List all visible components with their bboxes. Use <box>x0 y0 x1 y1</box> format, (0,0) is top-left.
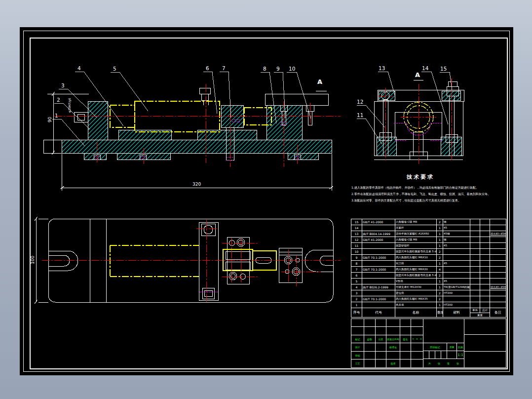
tb-date-label: 年、月、日 <box>411 335 423 343</box>
plan-view: 100 <box>30 217 341 304</box>
callout-7: 7 <box>222 65 226 71</box>
bom-row: 7GB/T 70.1-2000内六角圆柱头螺钉 M8X204 <box>351 267 506 273</box>
dim-plan-width: 100 <box>30 256 35 264</box>
bom-row: 9GB/T 70.1-2000内六角圆柱头螺钉 M6X102 <box>351 255 506 261</box>
bom-header-name: 名称 <box>395 308 437 318</box>
callout-14: 14 <box>422 65 429 71</box>
tb-scale-value: 1:1 <box>456 351 464 359</box>
tb-sheet-row: 共 张 第 张 <box>423 359 464 368</box>
tech-requirements: 技术要求 1.进入装配的零件及部件（包括外购件、外协件），均必须具有检验部门的合… <box>351 173 500 203</box>
tech-requirement-item: 3.装配前应对零、部件的主要配合尺寸，特别是过盈配合尺寸及相关精度进行复查。 <box>351 197 500 203</box>
tb-stage-boxes <box>423 351 447 359</box>
front-view: 320 90 φ20H7/g6 A <box>43 65 341 191</box>
section-label-a: A <box>415 71 420 79</box>
bom-row: 5V形块145 <box>351 279 506 284</box>
callout-8: 8 <box>263 66 266 72</box>
bom-header-weight: 单件总计 重量 <box>470 308 490 318</box>
bom-row: 8对刀块145 <box>351 261 506 267</box>
tb-sign-label: 签名 <box>400 335 411 343</box>
tech-requirement-item: 1.进入装配的零件及部件（包括外购件、外协件），均必须具有检验部门的合格证方能进… <box>351 184 500 191</box>
callout-1: 1 <box>55 113 58 119</box>
tb-scale-label: 比例 <box>456 343 464 351</box>
cad-viewer-page: 320 90 φ20H7/g6 A <box>0 0 532 399</box>
callout-4: 4 <box>77 65 81 71</box>
bom-row: 4JB/T 8026.2-1999可调支承钉 M12X301T8(按GB/T12… <box>351 284 506 290</box>
bom-header-material: 材料 <box>443 308 470 318</box>
callout-12: 12 <box>357 99 363 105</box>
tb-process-label: 工艺 <box>351 359 364 368</box>
tb-extra-cell <box>464 351 506 368</box>
bom-row: 12GB/T 41-2000六角螺母-C级 M81钢 <box>351 237 506 243</box>
tb-count-label: 处数 <box>364 335 376 343</box>
tb-drawing-name-cell <box>423 319 464 343</box>
view-label-a: A <box>317 78 322 85</box>
title-block: 标记 处数 分区 更改文件号 签名 年、月、日 设计 标准化 审核 工艺 批准 … <box>351 319 506 367</box>
tb-design-label: 设计 <box>351 343 364 352</box>
bom-header-remark: 备注 <box>490 308 506 318</box>
tb-unit-cell <box>464 319 506 335</box>
tb-standardization-label: 标准化 <box>386 343 400 352</box>
dim-height: 90 <box>47 117 52 122</box>
callout-10: 10 <box>289 66 295 72</box>
callout-6: 6 <box>206 65 209 71</box>
tb-zone-label: 分区 <box>375 335 386 343</box>
bom-row: 10固定式平头圆柱侧磨导向支承 5 d102 <box>351 249 506 255</box>
tb-mark-label: 标记 <box>351 335 364 343</box>
bom-row: 1夹具体1HT200 <box>351 302 506 308</box>
bom-row: 14压紧杆145 <box>351 225 506 231</box>
side-view: A 11 12 13 14 15 <box>357 65 464 164</box>
callout-5: 5 <box>113 66 116 72</box>
dim-fit: φ20H7/g6 <box>68 98 72 113</box>
bom-table: 15GB/T 41-2000六角螺母-C级 M82钢 14压紧杆145 13JB… <box>351 219 506 318</box>
bom-row: 2GB/T 70.1-2000内六角圆柱头螺钉 M8X352 <box>351 296 506 302</box>
tb-mass-label: 质量 <box>447 343 457 351</box>
callout-15: 15 <box>440 66 447 72</box>
bom-row: 15GB/T 41-2000六角螺母-C级 M82钢 <box>351 219 506 225</box>
bom-header-no: 序号 <box>351 308 362 318</box>
bom-row: 11固定铰链杆145 <box>351 243 506 249</box>
bom-row: 3定位块2HT200 <box>351 290 506 296</box>
bom-row: 13JB/T 8004.14-1999活动手柄压紧螺钉 A16X60145钢淬火… <box>351 231 506 237</box>
tb-docno-label: 更改文件号 <box>386 335 400 343</box>
dim-length: 320 <box>192 182 201 187</box>
callout-11: 11 <box>357 112 363 118</box>
tech-requirements-title: 技术要求 <box>351 173 490 181</box>
tech-requirement-item: 2.零件在装配前必须清理和清洗干净，不得有毛刺、飞边、氧化皮、锈蚀、切屑、油污、… <box>351 191 500 197</box>
bom-header-qty: 数量 <box>437 308 443 318</box>
bom-header-code: 代号 <box>362 308 395 318</box>
callout-3: 3 <box>61 82 65 88</box>
callout-13: 13 <box>379 65 385 71</box>
tb-stage-mark-label: 阶段标记 <box>423 343 447 351</box>
bom-row: 6固定式平头圆柱侧磨导向支承 5 d122 <box>351 273 506 279</box>
callout-9: 9 <box>276 66 280 72</box>
callout-2: 2 <box>57 97 60 103</box>
tb-drawing-number-cell <box>464 334 506 352</box>
tb-approve-label: 批准 <box>386 359 400 368</box>
tb-review-label: 审核 <box>351 351 364 359</box>
bom-header-row: 序号 代号 名称 数量 材料 单件总计 重量 备注 <box>351 308 506 318</box>
